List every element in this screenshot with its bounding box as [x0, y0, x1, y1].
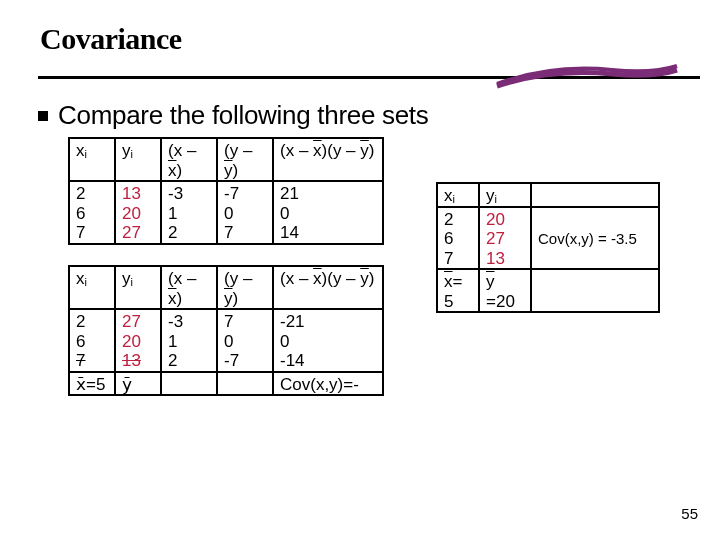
bullet-text: Compare the following three sets: [58, 100, 429, 130]
t1-data: -3 1 2: [161, 181, 217, 244]
t3-cov: Cov(x,y) = -3.5: [531, 207, 659, 270]
t3-data: 20 27 13: [479, 207, 531, 270]
t2-footer: Cov(x,y)=-: [273, 372, 383, 396]
header-ydev: (y – y): [217, 266, 273, 309]
header-prod: (x – x)(y – y): [273, 138, 383, 181]
header-yi: yi: [115, 138, 161, 181]
bullet-item: Compare the following three sets: [0, 100, 720, 131]
swoosh-icon: [492, 58, 682, 92]
t2-footer: ȳ: [115, 372, 161, 396]
t2-data: 2 6 7: [69, 309, 115, 372]
covariance-table-1: xi yi (x – x) (y – y) (x – x)(y – y) 2 6…: [68, 137, 384, 245]
t2-data: -21 0 -14: [273, 309, 383, 372]
header-prod: (x – x)(y – y): [273, 266, 383, 309]
bullet-icon: [38, 111, 48, 121]
t3-data: 2 6 7: [437, 207, 479, 270]
header-xi: xi: [437, 183, 479, 207]
covariance-table-3: xi yi 2 6 7 20 27 13 Cov(x,y) = -3.5 x= …: [436, 182, 660, 313]
header-xi: xi: [69, 138, 115, 181]
header-ydev: (y – y): [217, 138, 273, 181]
t1-data: 2 6 7: [69, 181, 115, 244]
covariance-table-2: xi yi (x – x) (y – y) (x – x)(y – y) 2 6…: [68, 265, 384, 396]
page-number: 55: [681, 505, 698, 522]
t2-data: 7 0 -7: [217, 309, 273, 372]
decorative-rule: [38, 62, 700, 92]
t2-footer: x̄=5: [69, 372, 115, 396]
t1-data: -7 0 7: [217, 181, 273, 244]
header-xi: xi: [69, 266, 115, 309]
t1-data: 13 20 27: [115, 181, 161, 244]
t2-data: -3 1 2: [161, 309, 217, 372]
header-yi: yi: [479, 183, 531, 207]
t3-footer: x= 5: [437, 269, 479, 312]
header-xdev: (x – x): [161, 266, 217, 309]
t3-footer: y =20: [479, 269, 531, 312]
header-xdev: (x – x): [161, 138, 217, 181]
header-yi: yi: [115, 266, 161, 309]
t1-data: 21 0 14: [273, 181, 383, 244]
t2-data: 27 20 13: [115, 309, 161, 372]
tables-container: xi yi (x – x) (y – y) (x – x)(y – y) 2 6…: [0, 137, 720, 477]
page-title: Covariance: [0, 0, 720, 62]
